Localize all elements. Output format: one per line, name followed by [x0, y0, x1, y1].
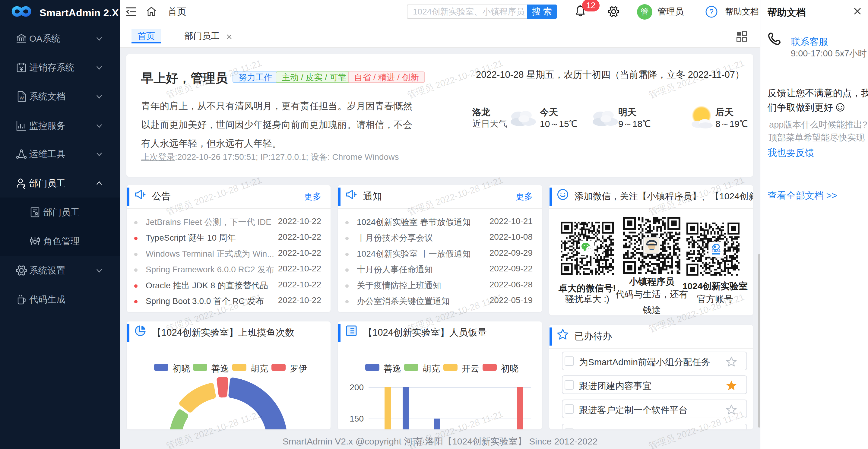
svg-text:?: ?	[709, 7, 713, 16]
svg-text:W: W	[20, 95, 24, 100]
svg-text:1024: 1024	[712, 249, 721, 253]
